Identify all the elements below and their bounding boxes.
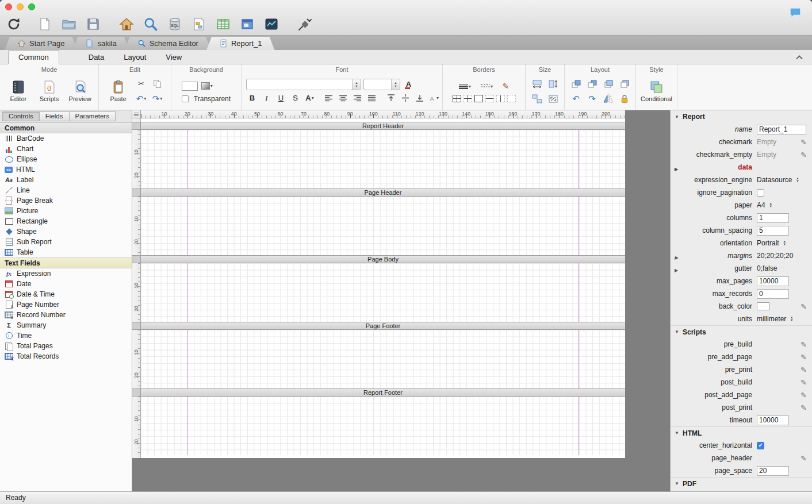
reports-button[interactable] (262, 15, 281, 33)
sidebar-section-common[interactable]: Common (0, 122, 132, 133)
text-style-button[interactable]: A▾ (304, 93, 316, 104)
tab-sakila[interactable]: sakila (72, 37, 129, 50)
align-right-button[interactable] (351, 93, 363, 104)
strikethrough-button[interactable]: S (289, 93, 301, 104)
ribbon-tab-view[interactable]: View (156, 51, 191, 64)
conditional-formatting-button[interactable]: Conditional (641, 80, 672, 102)
sidebar-tab-controls[interactable]: Controls (2, 111, 40, 121)
save-button[interactable] (84, 15, 102, 33)
tab-start-page[interactable]: Start Page (5, 37, 77, 50)
sidebar-item-line[interactable]: Line (0, 185, 132, 195)
section-band-page-footer[interactable]: Page Footer (141, 322, 625, 330)
sidebar-item-summary[interactable]: Summary (0, 320, 132, 330)
border-style-button[interactable]: ▾ (455, 80, 475, 93)
edit-pencil-icon[interactable]: ✎ (800, 455, 807, 462)
sidebar-tab-fields[interactable]: Fields (39, 111, 70, 121)
sidebar-item-rectangle[interactable]: Rectangle (0, 216, 132, 226)
mode-editor-button[interactable]: Editor (5, 80, 32, 102)
borders-outer-button[interactable] (474, 95, 483, 102)
edit-pencil-icon[interactable]: ✎ (800, 353, 807, 361)
transparent-checkbox[interactable] (182, 95, 189, 102)
tab-schema-editor[interactable]: Schema Editor (125, 37, 211, 50)
text-rotation-button[interactable]: A▾ (428, 93, 440, 104)
open-button[interactable] (60, 15, 78, 33)
sidebar-item-expression[interactable]: Expression (0, 268, 132, 279)
sidebar-item-total-records[interactable]: Total Records (0, 351, 132, 361)
align-left-button[interactable] (323, 93, 335, 104)
borders-inner-button[interactable] (464, 95, 472, 102)
collapse-ribbon-button[interactable] (797, 55, 804, 60)
borders-vertical-button[interactable] (496, 95, 505, 102)
new-document-button[interactable] (36, 15, 54, 33)
send-backward-button[interactable] (618, 78, 631, 90)
valign-top-button[interactable] (385, 93, 397, 104)
borders-horizontal-button[interactable] (485, 95, 494, 102)
edit-pencil-icon[interactable]: ✎ (800, 391, 807, 399)
forms-button[interactable] (238, 15, 256, 33)
copy-button[interactable] (151, 78, 164, 90)
zoom-window-button[interactable] (28, 3, 35, 10)
cut-button[interactable]: ✂ (135, 78, 148, 90)
properties-section-scripts[interactable]: ▼ Scripts (671, 325, 812, 338)
connections-button[interactable] (296, 15, 314, 33)
units-select[interactable]: millimeter (757, 315, 812, 323)
sidebar-item-sub-report[interactable]: Sub Report (0, 237, 132, 247)
edit-pencil-icon[interactable]: ✎ (800, 138, 807, 146)
ribbon-tab-common[interactable]: Common (8, 50, 59, 64)
sidebar-item-chart[interactable]: Chart (0, 144, 132, 154)
underline-button[interactable]: U (275, 93, 287, 104)
disclosure-collapsed-icon[interactable]: ▶ (675, 167, 678, 171)
find-button[interactable] (141, 15, 160, 33)
edit-pencil-icon[interactable]: ✎ (800, 366, 807, 374)
background-color-swatch[interactable] (182, 82, 198, 91)
edit-pencil-icon[interactable]: ✎ (800, 341, 807, 348)
font-family-combo[interactable] (246, 79, 361, 90)
paper-select[interactable]: A4 (757, 201, 812, 209)
sidebar-item-html[interactable]: HTML (0, 164, 132, 175)
center-horizontal-checkbox[interactable] (757, 442, 764, 449)
send-to-back-button[interactable] (585, 78, 599, 90)
sql-editor-button[interactable]: SQL (166, 15, 184, 33)
border-weight-button[interactable]: ▾ (477, 80, 497, 93)
borders-none-button[interactable] (507, 95, 516, 102)
section-grid-page-footer[interactable] (141, 330, 625, 388)
fit-size-button[interactable] (546, 93, 560, 105)
expression-engine-select[interactable]: Datasource (757, 176, 812, 184)
undo-button[interactable]: ↶▾ (135, 93, 148, 105)
sidebar-item-total-pages[interactable]: Total Pages (0, 341, 132, 351)
mode-scripts-button[interactable]: {} Scripts (36, 80, 63, 102)
mode-preview-button[interactable]: Preview (66, 80, 94, 102)
sidebar-item-date[interactable]: Date (0, 279, 132, 289)
sidebar-item-label[interactable]: Label (0, 175, 132, 185)
italic-button[interactable]: I (261, 93, 273, 104)
sidebar-item-time[interactable]: Time (0, 330, 132, 341)
disclosure-collapsed-icon[interactable]: ▶ (675, 255, 678, 260)
rotate-right-button[interactable]: ↷ (585, 93, 599, 105)
flip-button[interactable] (602, 93, 615, 105)
ribbon-tab-layout[interactable]: Layout (114, 51, 156, 64)
sidebar-item-barcode[interactable]: BarCode (0, 133, 132, 144)
max-records-input[interactable] (757, 289, 789, 299)
properties-section-report[interactable]: ▼ Report (671, 110, 812, 123)
section-band-page-body[interactable]: Page Body (141, 255, 625, 263)
borders-all-button[interactable] (453, 95, 461, 102)
feedback-button[interactable] (788, 6, 803, 20)
sidebar-item-shape[interactable]: Shape (0, 226, 132, 237)
edit-pencil-icon[interactable]: ✎ (800, 151, 807, 159)
sidebar-item-date-time[interactable]: Date & Time (0, 289, 132, 299)
page-space-input[interactable] (757, 466, 789, 476)
paste-button[interactable]: Paste (106, 80, 131, 102)
bold-button[interactable]: B (246, 93, 258, 104)
align-justify-button[interactable] (366, 93, 378, 104)
max-pages-input[interactable] (757, 276, 789, 286)
close-window-button[interactable] (5, 3, 12, 10)
sidebar-tab-parameters[interactable]: Parameters (69, 111, 116, 121)
border-color-button[interactable]: ✎ (499, 80, 513, 93)
properties-section-pdf[interactable]: ▼ PDF (671, 477, 812, 490)
font-size-combo[interactable] (363, 79, 400, 90)
schema-editor-button[interactable] (190, 15, 208, 33)
background-fill-button[interactable]: ▾ (200, 80, 214, 93)
section-band-report-header[interactable]: Report Header (141, 122, 625, 130)
orientation-select[interactable]: Portrait (757, 239, 812, 247)
align-center-button[interactable] (337, 93, 349, 104)
